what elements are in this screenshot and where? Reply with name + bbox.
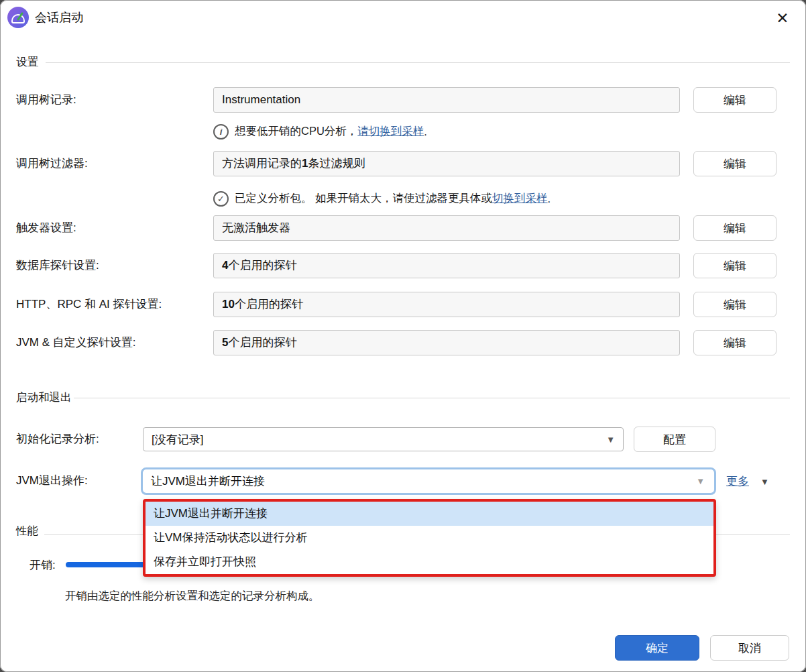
http-rpc-ai-probes-label: HTTP、RPC 和 AI 探针设置:: [16, 292, 162, 317]
database-probes-label: 数据库探针设置:: [16, 253, 99, 278]
edit-button[interactable]: 编辑: [693, 87, 776, 113]
note-text: .: [548, 192, 551, 205]
switch-to-sampling-link[interactable]: 切换到采样: [492, 191, 548, 206]
field-number: 10: [222, 298, 235, 311]
overhead-label: 开销:: [30, 553, 56, 578]
chevron-down-icon: ▼: [606, 435, 615, 445]
info-icon: i: [213, 124, 229, 139]
edit-button[interactable]: 编辑: [693, 253, 776, 278]
window-title: 会话启动: [35, 9, 83, 25]
field-text: 个启用的探针: [228, 336, 296, 349]
database-probes-field: 4个启用的探针: [213, 253, 680, 278]
initial-recording-label: 初始化记录分析:: [16, 427, 99, 452]
divider: [74, 398, 790, 398]
dropdown-option[interactable]: 让VM保持活动状态以进行分析: [146, 526, 713, 550]
section-performance: 性能: [16, 524, 38, 539]
call-tree-recording-label: 调用树记录:: [16, 87, 76, 113]
selected-value: [没有记录]: [152, 432, 203, 447]
titlebar: 会话启动 ✕: [0, 0, 806, 35]
note-text: 想要低开销的CPU分析，: [235, 124, 357, 139]
switch-to-sampling-link[interactable]: 请切换到采样: [357, 124, 424, 139]
edit-button[interactable]: 编辑: [693, 330, 776, 355]
note-text: .: [424, 125, 427, 138]
note-text: 已定义分析包。 如果开销太大，请使过滤器更具体或: [235, 191, 492, 206]
dropdown-option-selected[interactable]: 让JVM退出并断开连接: [146, 502, 713, 526]
edit-button[interactable]: 编辑: [693, 292, 776, 317]
jvm-exit-dropdown-list: 让JVM退出并断开连接 让VM保持活动状态以进行分析 保存并立即打开快照: [143, 499, 716, 577]
edit-button[interactable]: 编辑: [693, 215, 776, 241]
selected-value: 让JVM退出并断开连接: [151, 473, 265, 489]
trigger-settings-field: 无激活触发器: [213, 215, 680, 241]
field-text: 无激活触发器: [222, 221, 290, 234]
chevron-down-icon[interactable]: ▼: [760, 477, 769, 487]
chevron-down-icon: ▼: [696, 476, 705, 486]
call-tree-filters-field: 方法调用记录的1条过滤规则: [213, 151, 680, 176]
field-text: 方法调用记录的: [222, 157, 302, 170]
http-rpc-ai-probes-field: 10个启用的探针: [213, 292, 680, 317]
cpu-info-note: i 想要低开销的CPU分析， 请切换到采样.: [213, 123, 427, 139]
trigger-settings-label: 触发器设置:: [16, 215, 76, 241]
profiled-packages-note: ✓ 已定义分析包。 如果开销太大，请使过滤器更具体或 切换到采样.: [213, 190, 551, 207]
cancel-button[interactable]: 取消: [710, 635, 789, 661]
app-logo-icon: [7, 6, 30, 29]
section-startup-exit: 启动和退出: [16, 390, 72, 405]
call-tree-filters-label: 调用树过滤器:: [16, 151, 88, 176]
divider: [46, 62, 790, 63]
jvm-custom-probes-field: 5个启用的探针: [213, 330, 680, 355]
edit-button[interactable]: 编辑: [693, 151, 776, 176]
dropdown-option[interactable]: 保存并立即打开快照: [146, 550, 713, 574]
more-link[interactable]: 更多: [726, 473, 749, 489]
overhead-note: 开销由选定的性能分析设置和选定的记录分析构成。: [65, 589, 320, 604]
field-text: 个启用的探针: [235, 298, 303, 311]
ok-button[interactable]: 确定: [615, 635, 699, 661]
section-settings: 设置: [16, 55, 38, 70]
check-icon: ✓: [213, 191, 229, 207]
field-text: 个启用的探针: [228, 259, 296, 272]
jvm-exit-action-label: JVM退出操作:: [16, 468, 88, 494]
initial-recording-select[interactable]: [没有记录] ▼: [143, 427, 624, 451]
close-icon[interactable]: ✕: [768, 7, 797, 30]
field-text: 条过滤规则: [308, 157, 365, 170]
configure-button[interactable]: 配置: [634, 427, 715, 452]
jvm-custom-probes-label: JVM & 自定义探针设置:: [16, 330, 136, 355]
jvm-exit-action-select[interactable]: 让JVM退出并断开连接 ▼: [141, 467, 716, 495]
call-tree-recording-field: Instrumentation: [213, 87, 680, 113]
session-startup-dialog: 会话启动 ✕ 设置 调用树记录: Instrumentation 编辑 i 想要…: [0, 0, 806, 672]
field-text: Instrumentation: [222, 93, 300, 106]
